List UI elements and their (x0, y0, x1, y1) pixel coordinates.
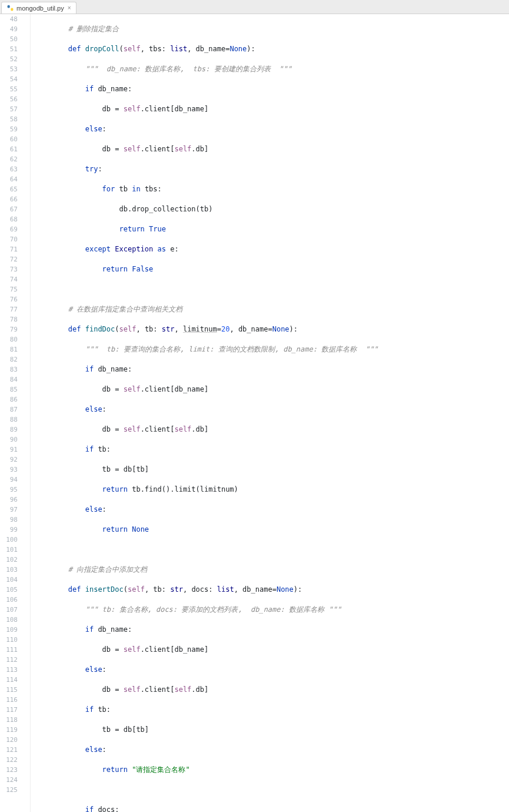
file-tab[interactable]: mongodb_util.py × (1, 2, 76, 14)
fold-column (22, 14, 31, 812)
code-content[interactable]: # 删除指定集合 def dropColl(self, tbs: list, d… (31, 14, 509, 812)
code-editor[interactable]: 4849505152535455565758596061626364656667… (0, 14, 509, 812)
tab-filename: mongodb_util.py (16, 5, 64, 12)
close-icon[interactable]: × (68, 5, 71, 11)
python-file-icon (6, 4, 14, 12)
line-gutter: 4849505152535455565758596061626364656667… (0, 14, 22, 812)
svg-rect-1 (11, 8, 13, 11)
svg-rect-0 (8, 5, 10, 8)
tab-bar: mongodb_util.py × (0, 0, 509, 14)
